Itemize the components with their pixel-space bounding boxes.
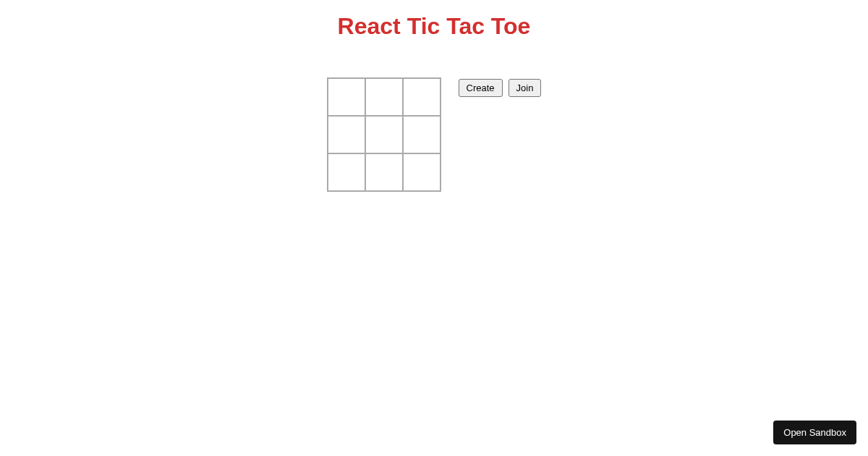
- board-cell-5[interactable]: [403, 116, 441, 153]
- controls: Create Join: [459, 77, 542, 192]
- board-cell-8[interactable]: [403, 153, 441, 191]
- board-cell-6[interactable]: [328, 153, 365, 191]
- join-button[interactable]: Join: [509, 79, 542, 97]
- board-cell-1[interactable]: [365, 78, 403, 116]
- board-cell-3[interactable]: [328, 116, 365, 153]
- board-cell-0[interactable]: [328, 78, 365, 116]
- game-board: [327, 77, 441, 192]
- game-content: Create Join: [0, 77, 868, 192]
- open-sandbox-button[interactable]: Open Sandbox: [773, 421, 856, 444]
- create-button[interactable]: Create: [459, 79, 503, 97]
- board-cell-7[interactable]: [365, 153, 403, 191]
- page-title: React Tic Tac Toe: [0, 0, 868, 47]
- board-cell-4[interactable]: [365, 116, 403, 153]
- board-cell-2[interactable]: [403, 78, 441, 116]
